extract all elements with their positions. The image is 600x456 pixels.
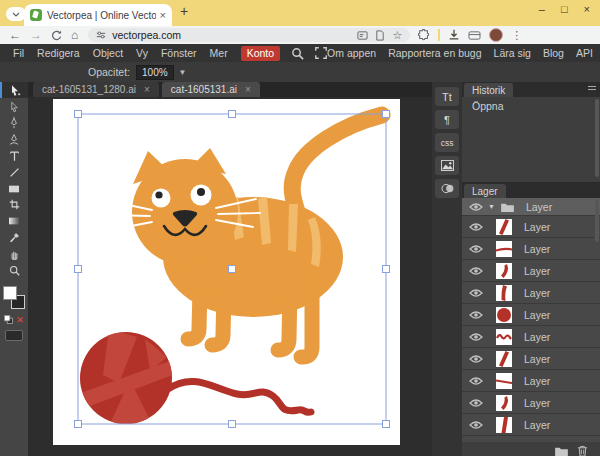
layer-row[interactable]: Layer: [462, 238, 600, 260]
layer-row[interactable]: Layer: [462, 370, 600, 392]
tool-type-button[interactable]: [0, 148, 28, 164]
home-button[interactable]: ⌂: [71, 29, 78, 41]
layer-row[interactable]: Layer: [462, 326, 600, 348]
menu-link[interactable]: Om appen: [327, 47, 376, 59]
layer-name[interactable]: Layer: [524, 331, 550, 343]
layer-row[interactable]: Layer: [462, 392, 600, 414]
visibility-eye-icon[interactable]: [469, 310, 483, 320]
visibility-eye-icon[interactable]: [469, 420, 483, 430]
layer-name[interactable]: Layer: [526, 201, 552, 213]
layer-row[interactable]: Layer: [462, 282, 600, 304]
visibility-eye-icon[interactable]: [469, 244, 483, 254]
layer-row-partial[interactable]: [462, 436, 600, 442]
menu-link[interactable]: Blog: [543, 47, 564, 59]
visibility-eye-icon[interactable]: [469, 376, 483, 386]
layer-name[interactable]: Layer: [524, 397, 550, 409]
maximize-button[interactable]: □: [561, 3, 568, 15]
layer-row[interactable]: Layer: [462, 216, 600, 238]
reading-mode-icon[interactable]: [357, 30, 368, 41]
url-text[interactable]: vectorpea.com: [112, 29, 350, 41]
site-info-icon[interactable]: [96, 30, 106, 40]
visibility-eye-icon[interactable]: [469, 332, 483, 342]
menu-item[interactable]: Object: [93, 47, 123, 59]
new-tab-button[interactable]: +: [180, 3, 188, 19]
collapse-caret-icon[interactable]: ▼: [488, 203, 495, 210]
layer-thumbnail[interactable]: [496, 395, 512, 411]
delete-layer-trash-icon[interactable]: [577, 445, 588, 456]
layer-row[interactable]: Layer: [462, 260, 600, 282]
browser-menu-kebab-icon[interactable]: ⋮: [511, 29, 522, 42]
search-button[interactable]: [291, 47, 304, 60]
layer-thumbnail[interactable]: [496, 417, 512, 433]
visibility-eye-icon[interactable]: [469, 288, 483, 298]
history-scrollbar[interactable]: [595, 99, 599, 177]
menu-item[interactable]: Fönster: [161, 47, 197, 59]
extensions-puzzle-icon[interactable]: [418, 29, 430, 41]
layer-name[interactable]: Layer: [524, 287, 550, 299]
close-document-icon[interactable]: ×: [144, 84, 150, 95]
download-icon[interactable]: [448, 29, 460, 41]
menu-link[interactable]: Rapportera en bugg: [388, 47, 481, 59]
tool-artboard-button[interactable]: [0, 197, 28, 213]
layer-thumbnail[interactable]: [496, 307, 512, 323]
history-entry[interactable]: Öppna: [462, 97, 600, 112]
layer-thumbnail[interactable]: [496, 241, 512, 257]
tab-search-button[interactable]: [6, 7, 26, 21]
address-bar[interactable]: vectorpea.com ☆: [88, 28, 410, 42]
layer-row[interactable]: Layer: [462, 304, 600, 326]
canvas-area[interactable]: [28, 97, 432, 456]
layers-panel-tab[interactable]: Lager: [464, 184, 506, 198]
layer-thumbnail[interactable]: [496, 285, 512, 301]
layer-name[interactable]: Layer: [524, 309, 550, 321]
bookmark-star-icon[interactable]: ☆: [392, 29, 402, 42]
tool-hand-button[interactable]: [0, 246, 28, 262]
visibility-eye-icon[interactable]: [469, 266, 483, 276]
close-document-icon[interactable]: ×: [245, 84, 251, 95]
tool-pen-button[interactable]: [0, 115, 28, 131]
character-panel-button[interactable]: Tt: [435, 87, 459, 106]
layer-thumbnail[interactable]: [496, 263, 512, 279]
screen-mode-button[interactable]: [5, 330, 23, 341]
tool-zoom-button[interactable]: [0, 262, 28, 278]
forward-button[interactable]: →: [30, 29, 42, 41]
layer-group-row[interactable]: ▼ Layer: [462, 198, 600, 216]
tool-move-button[interactable]: [0, 82, 28, 98]
layer-row[interactable]: Layer: [462, 348, 600, 370]
panel-menu-icon[interactable]: [588, 86, 596, 90]
layer-name[interactable]: Layer: [524, 353, 550, 365]
opacity-dropdown-icon[interactable]: ▼: [179, 68, 187, 77]
layer-thumbnail[interactable]: [496, 219, 512, 235]
opacity-value-field[interactable]: 100%: [136, 65, 174, 80]
layer-thumbnail[interactable]: [496, 373, 512, 389]
document-tab[interactable]: cat-1605131.ai ×: [162, 82, 260, 97]
close-window-button[interactable]: ×: [584, 3, 590, 15]
tool-rectangle-button[interactable]: [0, 180, 28, 196]
image-panel-button[interactable]: [435, 156, 459, 175]
menu-item[interactable]: Redigera: [37, 47, 80, 59]
menu-item[interactable]: Mer: [210, 47, 228, 59]
tool-gradient-button[interactable]: [0, 213, 28, 229]
layer-thumbnail[interactable]: [496, 351, 512, 367]
tool-line-button[interactable]: [0, 164, 28, 180]
menu-item[interactable]: Fil: [13, 47, 24, 59]
layer-row[interactable]: Layer: [462, 414, 600, 436]
tool-eyedropper-button[interactable]: [0, 230, 28, 246]
visibility-eye-icon[interactable]: [469, 202, 483, 212]
artboard[interactable]: [53, 99, 400, 445]
layer-name[interactable]: Layer: [524, 221, 550, 233]
layer-name[interactable]: Layer: [524, 243, 550, 255]
visibility-eye-icon[interactable]: [469, 398, 483, 408]
none-color-button[interactable]: ✕: [16, 315, 24, 325]
account-menu-button[interactable]: Konto: [241, 46, 280, 61]
menu-item[interactable]: Vy: [136, 47, 148, 59]
minimize-button[interactable]: –: [539, 3, 545, 15]
menu-link[interactable]: Lära sig: [494, 47, 531, 59]
reload-icon[interactable]: [51, 30, 62, 41]
tool-curvature-pen-button[interactable]: [0, 131, 28, 147]
layer-name[interactable]: Layer: [524, 419, 550, 431]
tool-direct-select-button[interactable]: [0, 98, 28, 114]
visibility-eye-icon[interactable]: [469, 354, 483, 364]
default-colors-icon[interactable]: [4, 315, 13, 324]
shape-panel-button[interactable]: [435, 179, 459, 198]
close-tab-icon[interactable]: ×: [160, 9, 166, 21]
